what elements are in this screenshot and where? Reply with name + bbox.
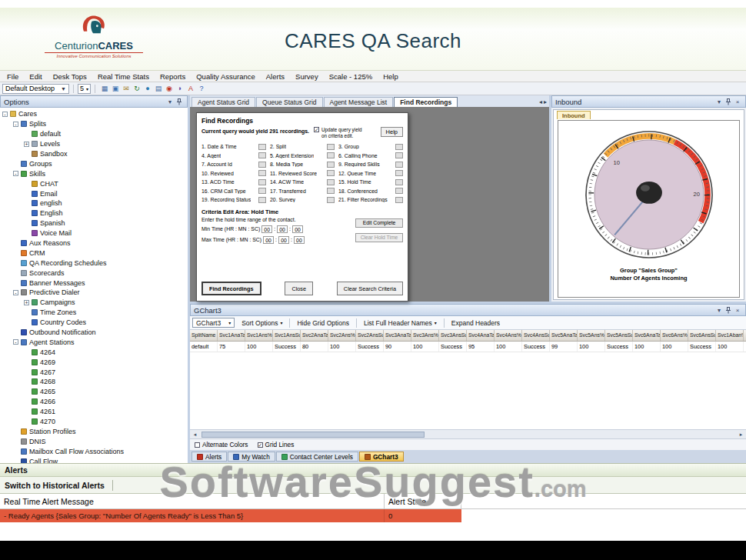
criteria-field-edit-button[interactable] <box>395 188 403 194</box>
menu-item[interactable]: Survey <box>290 72 324 82</box>
grid-column-header[interactable]: Svc5AnsSuc <box>605 330 633 341</box>
criteria-field-edit-button[interactable] <box>258 170 266 176</box>
grid-column-header[interactable]: Svc5Ans% <box>578 330 605 341</box>
criteria-field-edit-button[interactable] <box>258 188 266 194</box>
tree-item[interactable]: - Agent Stations <box>0 337 188 347</box>
clear-hold-time-button[interactable]: Clear Hold Time <box>355 233 403 242</box>
grid-column-header[interactable]: Svc3AnsSuc <box>439 330 467 341</box>
close-button[interactable]: Close <box>285 282 313 295</box>
tree-item[interactable]: QA Recording Schedules <box>0 258 188 268</box>
tree-item[interactable]: english <box>0 198 188 208</box>
grid-column-header[interactable]: Svc3AnaTar% <box>384 330 411 341</box>
alert-message-column-header[interactable]: Real Time Alert Message <box>0 494 385 508</box>
gchart-view-combo[interactable]: GChart3▾ <box>192 318 235 328</box>
criteria-field-edit-button[interactable] <box>395 144 403 150</box>
pin-icon[interactable] <box>724 307 733 314</box>
tree-item[interactable]: + Levels <box>0 139 188 149</box>
menu-item[interactable]: Real Time Stats <box>92 72 155 82</box>
tree-item[interactable]: default <box>0 129 188 139</box>
criteria-field-edit-button[interactable] <box>395 162 403 168</box>
criteria-field-edit-button[interactable] <box>258 179 266 185</box>
tree-expander[interactable]: + <box>24 142 29 147</box>
grid-column-header[interactable]: Svc4AnaTar% <box>467 330 495 341</box>
tree-expander[interactable]: + <box>24 300 29 305</box>
tree-item[interactable]: - Splits <box>0 119 188 129</box>
grid-column-header[interactable]: Svc4Ans% <box>495 330 522 341</box>
tree-item[interactable]: CHAT <box>0 178 188 188</box>
scroll-right-icon[interactable]: ▸ <box>736 432 746 438</box>
record-icon[interactable]: ◉ <box>164 84 175 94</box>
max-minutes-input[interactable]: 00 <box>278 236 289 244</box>
grid-lines-checkbox[interactable]: ✓ <box>258 442 263 448</box>
grid-column-header[interactable]: Svc1Aban% <box>716 330 744 341</box>
menu-item[interactable]: Edit <box>24 72 47 82</box>
tree-item[interactable]: Email <box>0 188 188 198</box>
menu-item[interactable]: Scale - 125% <box>324 72 378 82</box>
tree-item[interactable]: Spanish <box>0 218 188 228</box>
scroll-left-icon[interactable]: ◂ <box>190 432 200 438</box>
grid-column-header[interactable]: Svc6AnaTar% <box>633 330 661 341</box>
tree-item[interactable]: Time Zones <box>0 308 188 318</box>
criteria-field-edit-button[interactable] <box>258 162 266 168</box>
desktop-count-stepper[interactable]: 5▾ <box>78 84 91 94</box>
tree-item[interactable]: 4264 <box>0 347 188 357</box>
document-tab[interactable]: Find Recordings <box>394 97 458 107</box>
grid-column-header[interactable]: Svc4AnsSuc <box>522 330 550 341</box>
globe-icon[interactable]: ● <box>142 84 153 94</box>
tree-expander[interactable]: - <box>13 171 18 176</box>
list-full-header-names-button[interactable]: List Full Header Names▾ <box>361 318 440 328</box>
criteria-field-edit-button[interactable] <box>327 144 335 150</box>
tree-item[interactable]: Scorecards <box>0 268 188 278</box>
help-icon[interactable]: ? <box>196 84 207 94</box>
tree-item[interactable]: - Skills <box>0 168 188 178</box>
tree-expander[interactable]: - <box>13 339 18 345</box>
grid-column-header[interactable]: Svc3Ans% <box>411 330 439 341</box>
max-hours-input[interactable]: 00 <box>263 236 274 244</box>
grid-lines-option[interactable]: ✓ Grid Lines <box>258 441 295 448</box>
criteria-field-edit-button[interactable] <box>258 144 266 150</box>
tree-item[interactable]: DNIS <box>0 436 188 446</box>
pin-icon[interactable] <box>724 98 733 105</box>
criteria-field-edit-button[interactable] <box>395 179 403 185</box>
max-seconds-input[interactable]: 00 <box>294 236 305 244</box>
mail-icon[interactable]: ✉ <box>121 84 132 94</box>
criteria-field-edit-button[interactable] <box>395 152 403 158</box>
tree-item[interactable]: Groups <box>0 158 188 168</box>
font-icon[interactable]: A <box>185 84 196 94</box>
min-minutes-input[interactable]: 00 <box>277 225 288 233</box>
menu-item[interactable]: Alerts <box>261 72 290 82</box>
tree-item[interactable]: 4266 <box>0 397 188 407</box>
chat-icon[interactable]: ◗ <box>175 84 185 94</box>
scrollbar-thumb[interactable] <box>201 432 425 438</box>
criteria-field-edit-button[interactable] <box>327 197 335 203</box>
save-icon[interactable]: ▣ <box>110 84 121 94</box>
close-icon[interactable]: × <box>733 307 742 314</box>
grid-column-header[interactable]: Svc6Ans% <box>661 330 688 341</box>
grid-column-header[interactable]: Svc2AnaTar% <box>301 330 328 341</box>
tab-scroll-right-icon[interactable]: ▸ <box>544 98 547 105</box>
alternate-colors-option[interactable]: Alternate Colors <box>195 441 248 448</box>
desktop-combo[interactable]: Default Desktop▼ <box>2 84 69 94</box>
grid-data-row[interactable]: default75100Success80100Success90100Succ… <box>190 342 746 352</box>
criteria-field-edit-button[interactable] <box>395 197 403 203</box>
update-yield-checkbox[interactable]: ✓ <box>314 127 319 132</box>
refresh-icon[interactable]: ↻ <box>132 84 142 94</box>
sort-options-button[interactable]: Sort Options▾ <box>238 318 285 328</box>
criteria-field-edit-button[interactable] <box>327 179 335 185</box>
tree-item[interactable]: Station Profiles <box>0 427 188 437</box>
document-tab[interactable]: Agent Status Grid <box>191 97 255 107</box>
tree-item[interactable]: Call Flow <box>0 456 188 463</box>
tree-item[interactable]: - Predictive Dialer <box>0 288 188 298</box>
clear-search-criteria-button[interactable]: Clear Search Criteria <box>337 282 403 295</box>
document-tab[interactable]: Agent Message List <box>324 97 394 107</box>
tree-item[interactable]: 4267 <box>0 367 188 377</box>
tree-item[interactable]: 4269 <box>0 357 188 367</box>
grid-column-header[interactable]: Svc5AnaTar% <box>550 330 578 341</box>
grid-column-header[interactable]: Svc1AnsSuc <box>273 330 301 341</box>
tree-item[interactable]: 4270 <box>0 417 188 427</box>
edit-complete-button[interactable]: Edit Complete <box>355 218 403 228</box>
bottom-tab[interactable]: My Watch <box>228 452 275 462</box>
criteria-field-edit-button[interactable] <box>327 152 335 158</box>
tree-expander[interactable]: - <box>13 122 18 127</box>
criteria-field-edit-button[interactable] <box>258 197 266 203</box>
